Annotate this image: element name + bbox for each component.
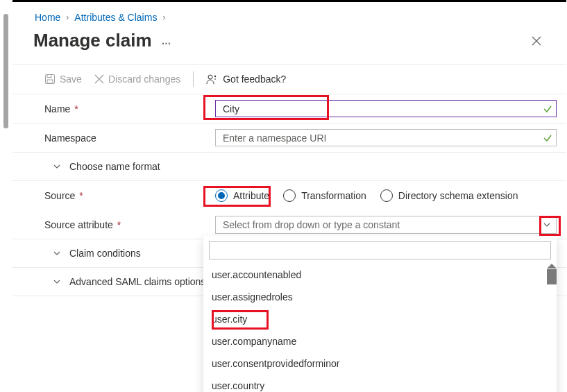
toolbar-divider — [193, 71, 194, 87]
radio-transformation-label: Transformation — [301, 190, 366, 201]
page-scrollbar-thumb[interactable] — [3, 14, 8, 128]
checkmark-icon — [543, 133, 552, 143]
svg-rect-2 — [47, 80, 53, 83]
row-name: Name * — [12, 94, 566, 123]
page-title-text: Manage claim — [33, 30, 152, 51]
page-scrollbar[interactable] — [0, 0, 12, 392]
choose-name-format-toggle[interactable]: Choose name format — [12, 153, 566, 181]
choose-name-format-label: Choose name format — [69, 161, 160, 172]
feedback-label: Got feedback? — [223, 74, 286, 85]
person-feedback-icon — [206, 73, 219, 85]
close-icon — [532, 36, 541, 46]
save-label: Save — [60, 74, 82, 85]
svg-point-4 — [214, 76, 216, 77]
breadcrumb-home[interactable]: Home — [35, 12, 60, 23]
dropdown-search-input[interactable] — [209, 241, 551, 259]
svg-rect-0 — [46, 75, 55, 84]
toolbar: Save Discard changes Got feedback? — [12, 64, 566, 94]
option-user-companyname[interactable]: user.companyname — [203, 330, 557, 352]
save-icon — [44, 74, 56, 85]
breadcrumb-attributes-claims[interactable]: Attributes & Claims — [74, 12, 157, 23]
discard-label: Discard changes — [108, 74, 180, 85]
namespace-input[interactable] — [215, 129, 557, 146]
option-user-consentprovidedforminor[interactable]: user.consentprovidedforminor — [203, 352, 557, 375]
row-namespace: Namespace — [12, 123, 566, 153]
row-source: Source * Attribute Transformation Direct… — [12, 181, 566, 210]
chevron-down-icon — [543, 221, 551, 229]
chevron-down-icon — [53, 249, 61, 257]
dropdown-scrollbar[interactable] — [547, 264, 557, 392]
source-attribute-dropdown-panel: user.accountenabled user.assignedroles u… — [203, 236, 557, 392]
radio-directory-label: Directory schema extension — [398, 190, 518, 201]
option-user-assignedroles[interactable]: user.assignedroles — [203, 286, 557, 308]
close-button[interactable] — [529, 33, 544, 49]
dropdown-placeholder-text: Select from drop down or type a constant — [223, 219, 400, 230]
radio-directory-extension[interactable]: Directory schema extension — [380, 189, 518, 202]
ellipsis-icon[interactable]: … — [162, 35, 173, 46]
row-source-attribute: Source attribute * Select from drop down… — [12, 210, 566, 239]
option-user-accountenabled[interactable]: user.accountenabled — [203, 264, 557, 286]
source-label: Source * — [12, 190, 215, 201]
chevron-right-icon: › — [66, 12, 69, 22]
radio-attribute-label: Attribute — [233, 190, 269, 201]
dropdown-scrollbar-thumb[interactable] — [547, 269, 557, 284]
dropdown-list: user.accountenabled user.assignedroles u… — [203, 264, 557, 392]
name-input[interactable] — [215, 100, 557, 117]
source-attribute-dropdown[interactable]: Select from drop down or type a constant — [215, 216, 557, 234]
chevron-down-icon — [53, 278, 61, 286]
chevron-right-icon: › — [162, 12, 165, 22]
advanced-saml-label: Advanced SAML claims options — [69, 276, 205, 287]
svg-point-3 — [208, 75, 212, 79]
namespace-label: Namespace — [12, 133, 215, 144]
feedback-button[interactable]: Got feedback? — [206, 73, 286, 85]
option-user-country[interactable]: user.country — [203, 375, 557, 392]
radio-attribute[interactable]: Attribute — [215, 189, 269, 202]
name-label: Name * — [12, 103, 215, 114]
radio-transformation[interactable]: Transformation — [283, 189, 366, 202]
save-button: Save — [44, 74, 82, 85]
checkmark-icon — [543, 104, 552, 114]
source-attribute-label: Source attribute * — [12, 219, 215, 230]
discard-button: Discard changes — [94, 74, 180, 85]
discard-icon — [94, 74, 104, 84]
option-user-city[interactable]: user.city — [203, 308, 557, 330]
chevron-down-icon — [53, 162, 61, 171]
page-title: Manage claim … — [33, 30, 173, 51]
svg-rect-1 — [47, 75, 51, 78]
breadcrumb: Home › Attributes & Claims › — [12, 2, 566, 28]
claim-conditions-label: Claim conditions — [69, 248, 141, 259]
